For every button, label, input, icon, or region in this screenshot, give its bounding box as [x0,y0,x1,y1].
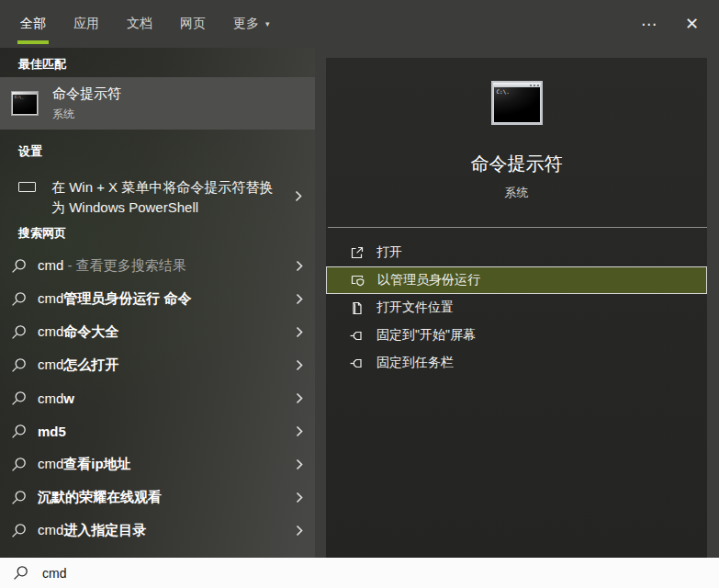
search-icon [11,523,27,538]
suggestion-row[interactable]: 沉默的荣耀在线观看 [0,481,315,514]
tab-apps[interactable]: 应用 [73,0,99,48]
suggestion-row[interactable]: cmd命令大全 [0,315,315,348]
pin-icon [349,356,365,371]
action-pin-to-start[interactable]: 固定到"开始"屏幕 [326,322,707,349]
command-prompt-icon: C:\_ [11,91,39,116]
tab-more[interactable]: 更多 ▾ [233,0,270,48]
file-location-icon [349,300,365,316]
more-options-icon[interactable]: ⋯ [641,17,657,32]
filter-tabs: 全部 应用 文档 网页 更多 ▾ [20,0,270,48]
search-icon [11,291,27,307]
monitor-icon [18,182,36,192]
best-match-subtitle: 系统 [52,107,121,122]
chevron-down-icon: ▾ [265,19,270,28]
results-panel: 最佳匹配 C:\_ 命令提示符 系统 设置 在 Win + X 菜单中将命令提示… [0,48,315,558]
chevron-right-icon[interactable] [296,492,303,503]
search-icon [11,324,27,340]
suggestion-row[interactable]: cmd - 查看更多搜索结果 [0,249,315,282]
action-open-file-location[interactable]: 打开文件位置 [326,294,707,322]
chevron-right-icon[interactable] [296,425,303,437]
preview-app-subtitle: 系统 [326,185,707,201]
action-pin-to-taskbar[interactable]: 固定到任务栏 [326,349,707,377]
tab-all[interactable]: 全部 [20,0,46,48]
chevron-right-icon[interactable] [296,326,303,338]
header-actions: ⋯ ✕ [641,16,699,32]
search-icon [11,258,27,274]
search-web-heading: 搜索网页 [18,225,66,242]
pin-icon [349,328,365,344]
chevron-right-icon[interactable] [296,260,303,272]
suggestion-row[interactable]: cmd进入指定目录 [0,514,315,547]
search-icon [11,457,27,472]
suggestion-row[interactable]: cmd管理员身份运行 命令 [0,282,315,315]
search-header: 全部 应用 文档 网页 更多 ▾ ⋯ ✕ [0,0,719,48]
settings-heading: 设置 [18,143,42,160]
close-icon[interactable]: ✕ [685,16,699,32]
preview-panel: C:\. 命令提示符 系统 打开 以管理员身份运行 打开文件位置 固定到"开始"… [326,58,707,558]
tab-web[interactable]: 网页 [180,0,206,48]
divider [328,227,707,228]
chevron-right-icon[interactable] [296,293,303,305]
chevron-right-icon[interactable] [296,359,303,371]
best-match-heading: 最佳匹配 [18,56,66,73]
command-prompt-icon-large: C:\. [491,81,543,125]
suggestion-row[interactable]: cmd查看ip地址 [0,447,315,481]
admin-shield-icon [350,273,365,288]
search-icon [11,357,27,373]
search-icon [11,390,27,406]
tab-documents[interactable]: 文档 [127,0,152,48]
best-match-result[interactable]: C:\_ 命令提示符 系统 [0,77,315,130]
search-icon [11,424,27,439]
launch-icon [349,245,365,261]
settings-result[interactable]: 在 Win + X 菜单中将命令提示符替换为 Windows PowerShel… [0,166,315,218]
settings-result-label: 在 Win + X 菜单中将命令提示符替换为 Windows PowerShel… [51,177,274,218]
search-icon [13,565,28,581]
chevron-right-icon[interactable] [296,458,303,470]
suggestion-row[interactable]: md5 [0,414,315,447]
search-input[interactable] [40,565,719,582]
suggestion-row[interactable]: cmd怎么打开 [0,348,315,381]
web-suggestions-list: cmd - 查看更多搜索结果 cmd管理员身份运行 命令 cmd命令大全 cmd… [0,249,315,547]
chevron-right-icon[interactable] [296,392,303,404]
preview-app-title: 命令提示符 [326,152,707,176]
context-actions: 打开 以管理员身份运行 打开文件位置 固定到"开始"屏幕 固定到任务栏 [326,239,707,377]
search-icon [11,490,27,505]
chevron-right-icon[interactable] [296,525,303,537]
search-bar [0,558,719,588]
action-open[interactable]: 打开 [326,239,707,266]
suggestion-row[interactable]: cmdw [0,381,315,414]
best-match-title: 命令提示符 [52,85,121,103]
windows-search-flyout: 全部 应用 文档 网页 更多 ▾ ⋯ ✕ 最佳匹配 C:\_ 命令提示符 系统 [0,0,719,588]
chevron-right-icon[interactable] [295,190,302,202]
action-run-as-admin[interactable]: 以管理员身份运行 [326,266,707,294]
